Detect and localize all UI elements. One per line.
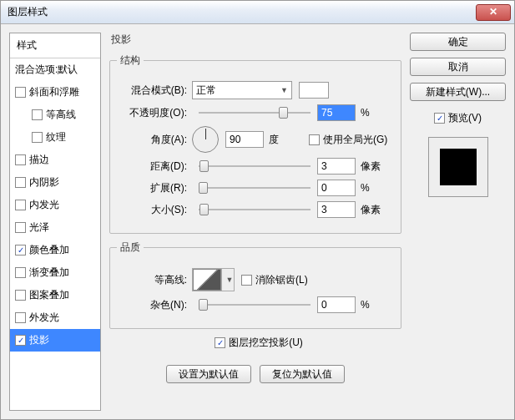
antialiased-checkbox[interactable]: 消除锯齿(L) [241,273,308,287]
size-slider[interactable] [199,202,311,217]
angle-input[interactable]: 90 [225,131,264,148]
checkbox-icon[interactable] [15,200,26,210]
sidebar-item-label: 外发光 [29,311,59,325]
chevron-down-icon: ▼ [221,269,234,291]
make-default-button[interactable]: 设置为默认值 [166,365,251,383]
noise-slider[interactable] [199,297,311,312]
sidebar-item-inner-glow[interactable]: 内发光 [10,194,100,216]
checkbox-icon[interactable] [15,312,26,323]
sidebar-item-label: 纹理 [46,130,66,144]
sidebar-item-color-overlay[interactable]: 颜色叠加 [10,239,100,261]
contour-row: 等高线: ▼ 消除锯齿(L) [117,268,394,291]
cancel-button[interactable]: 取消 [410,58,506,76]
quality-legend: 品质 [117,240,144,255]
checkbox-icon[interactable] [32,109,43,120]
preview-box [428,137,488,197]
distance-row: 距离(D): 3 像素 [117,158,394,175]
size-label: 大小(S): [117,203,192,217]
size-unit: 像素 [361,203,394,217]
sidebar-item-bevel[interactable]: 斜面和浮雕 [10,81,100,104]
distance-label: 距离(D): [117,159,192,174]
opacity-row: 不透明度(O): 75 % [117,104,394,121]
distance-input[interactable]: 3 [317,158,356,175]
sidebar-header: 样式 [10,33,100,58]
checkbox-icon[interactable] [15,222,26,233]
sidebar-item-label: 投影 [29,333,49,347]
angle-dial[interactable] [192,126,219,153]
sidebar-item-label: 混合选项:默认 [15,63,78,77]
sidebar-item-label: 内发光 [29,198,59,212]
contour-label: 等高线: [117,273,192,287]
size-row: 大小(S): 3 像素 [117,201,394,218]
sidebar-item-contour[interactable]: 等高线 [10,104,100,126]
blend-mode-select[interactable]: 正常 ▼ [192,81,292,99]
checkbox-icon [241,275,252,286]
noise-row: 杂色(N): 0 % [117,296,394,313]
chevron-down-icon: ▼ [280,86,288,94]
structure-group: 结构 混合模式(B): 正常 ▼ 不透明度(O): 75 % [109,53,401,234]
spread-input[interactable]: 0 [317,180,356,196]
sidebar-item-drop-shadow[interactable]: 投影 [10,329,100,352]
checkbox-icon[interactable] [15,154,26,165]
sidebar-item-label: 渐变叠加 [29,266,69,280]
checkbox-icon [309,134,320,145]
right-panel: 确定 取消 新建样式(W)... 预览(V) [410,33,506,411]
shadow-color-swatch[interactable] [299,82,329,99]
noise-unit: % [361,299,394,311]
preview-checkbox[interactable]: 预览(V) [410,111,506,125]
checkbox-icon[interactable] [15,267,26,278]
knockout-row: 图层挖空投影(U) [109,336,401,350]
checkbox-icon[interactable] [15,245,26,256]
checkbox-icon[interactable] [15,87,26,98]
size-input[interactable]: 3 [317,201,356,218]
sidebar-item-label: 图案叠加 [29,288,69,302]
opacity-label: 不透明度(O): [117,106,192,120]
checkbox-icon[interactable] [32,132,43,143]
spread-slider[interactable] [199,180,311,195]
sidebar-item-outer-glow[interactable]: 外发光 [10,306,100,329]
panel-title: 投影 [109,33,401,47]
reset-default-button[interactable]: 复位为默认值 [260,365,345,383]
sidebar-item-label: 颜色叠加 [29,243,69,257]
sidebar-item-satin[interactable]: 光泽 [10,216,100,239]
titlebar: 图层样式 ✕ [1,1,514,24]
opacity-input[interactable]: 75 [317,104,356,121]
sidebar-item-stroke[interactable]: 描边 [10,149,100,171]
checkbox-icon[interactable] [15,290,26,301]
blend-mode-row: 混合模式(B): 正常 ▼ [117,81,394,99]
sidebar-item-gradient-overlay[interactable]: 渐变叠加 [10,261,100,284]
checkbox-icon[interactable] [15,177,26,188]
checkbox-icon [215,337,225,348]
distance-unit: 像素 [361,159,394,174]
distance-slider[interactable] [199,159,311,174]
sidebar-item-label: 斜面和浮雕 [29,85,79,99]
opacity-unit: % [361,107,394,119]
sidebar-item-label: 光泽 [29,220,49,235]
ok-button[interactable]: 确定 [410,33,506,51]
angle-row: 角度(A): 90 度 使用全局光(G) [117,126,394,153]
angle-unit: 度 [269,133,302,147]
sidebar-item-pattern-overlay[interactable]: 图案叠加 [10,284,100,306]
antialiased-label: 消除锯齿(L) [255,273,308,287]
global-light-checkbox[interactable]: 使用全局光(G) [309,133,387,147]
sidebar-blend-options[interactable]: 混合选项:默认 [10,58,100,81]
sidebar-item-inner-shadow[interactable]: 内阴影 [10,171,100,194]
spread-row: 扩展(R): 0 % [117,180,394,196]
contour-picker[interactable]: ▼ [192,268,235,291]
style-sidebar: 样式 混合选项:默认 斜面和浮雕 等高线 纹理 描边 内阴影 [9,33,101,411]
blend-mode-value: 正常 [196,83,216,98]
quality-group: 品质 等高线: ▼ 消除锯齿(L) 杂色(N): 0 [109,240,401,329]
noise-input[interactable]: 0 [317,296,356,313]
dialog-body: 样式 混合选项:默认 斜面和浮雕 等高线 纹理 描边 内阴影 [1,24,514,419]
blend-mode-label: 混合模式(B): [117,83,192,98]
dialog-title: 图层样式 [8,5,48,19]
close-button[interactable]: ✕ [476,4,511,21]
new-style-button[interactable]: 新建样式(W)... [410,83,506,101]
layer-style-dialog: 图层样式 ✕ 样式 混合选项:默认 斜面和浮雕 等高线 纹理 描边 [0,0,515,420]
angle-label: 角度(A): [117,133,192,147]
checkbox-icon[interactable] [15,335,26,346]
opacity-slider[interactable] [199,105,311,120]
knockout-checkbox[interactable]: 图层挖空投影(U) [215,336,303,350]
sidebar-item-texture[interactable]: 纹理 [10,126,100,149]
knockout-label: 图层挖空投影(U) [229,336,303,350]
